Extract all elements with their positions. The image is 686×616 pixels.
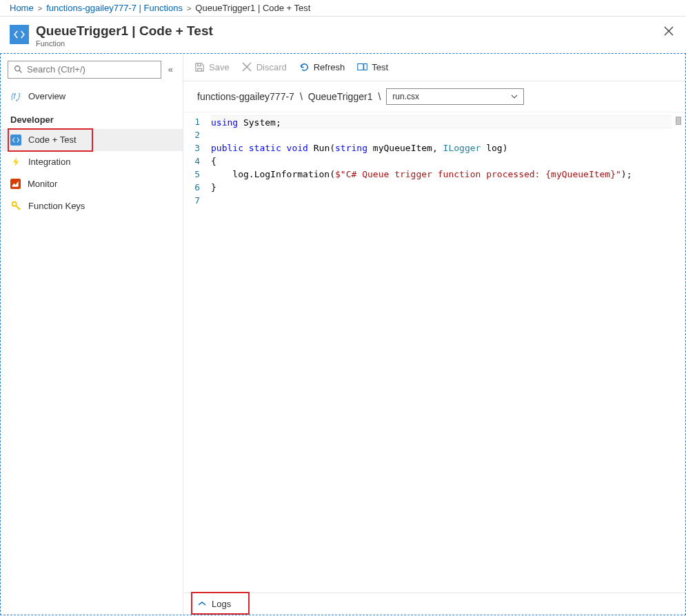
svg-text:{fx}: {fx} — [11, 93, 21, 102]
code-line[interactable]: public static void Run(string myQueueIte… — [211, 141, 672, 155]
path-function: QueueTrigger1 — [308, 91, 373, 102]
code-line[interactable]: { — [211, 155, 672, 168]
toolbar-label: Discard — [256, 62, 287, 72]
integration-icon — [10, 157, 21, 168]
page-subtitle: Function — [36, 39, 213, 48]
main-panel: « {fx} Overview Developer Code + Test In… — [0, 53, 686, 615]
editor-gutter: 1 2 3 4 5 6 7 — [183, 115, 211, 615]
toolbar: Save Discard Refresh Test — [183, 54, 685, 81]
close-button[interactable] — [661, 23, 676, 39]
breadcrumb-sep: > — [38, 4, 42, 12]
sidebar-item-function-keys[interactable]: Function Keys — [1, 195, 183, 217]
line-number: 1 — [183, 115, 200, 128]
breadcrumb-sep: > — [187, 4, 191, 12]
sidebar-item-label: Function Keys — [28, 201, 85, 211]
sidebar-item-label: Code + Test — [28, 135, 77, 145]
save-button[interactable]: Save — [194, 62, 230, 72]
sidebar-item-integration[interactable]: Integration — [1, 151, 183, 173]
breadcrumb-home[interactable]: Home — [10, 3, 34, 13]
breadcrumb: Home > functions-ggailey777-7 | Function… — [0, 0, 686, 17]
breadcrumb-current: QueueTrigger1 | Code + Test — [195, 3, 310, 13]
save-icon — [194, 62, 205, 72]
sidebar-item-label: Monitor — [28, 179, 57, 189]
path-sep: \ — [378, 91, 381, 102]
sidebar-item-monitor[interactable]: Monitor — [1, 173, 183, 195]
test-icon — [357, 62, 367, 72]
minimap-scroll-marker[interactable] — [676, 117, 681, 125]
svg-rect-4 — [364, 64, 367, 70]
code-editor[interactable]: 1 2 3 4 5 6 7 using System; public stati… — [183, 112, 685, 615]
file-selector-value: run.csx — [392, 92, 419, 101]
search-row: « — [1, 61, 183, 86]
file-selector-dropdown[interactable]: run.csx — [386, 88, 524, 105]
svg-point-2 — [12, 202, 16, 206]
code-line[interactable]: log.LogInformation($"C# Queue trigger fu… — [211, 168, 672, 181]
page-title-block: QueueTrigger1 | Code + Test Function — [36, 23, 213, 48]
line-number: 2 — [183, 128, 200, 141]
page-title: QueueTrigger1 | Code + Test — [36, 23, 213, 39]
code-line[interactable]: } — [211, 181, 672, 194]
code-line[interactable]: using System; — [211, 115, 672, 128]
code-line[interactable] — [211, 128, 672, 141]
line-number: 5 — [183, 168, 200, 181]
line-number: 4 — [183, 155, 200, 168]
discard-icon — [242, 62, 252, 72]
overview-icon: {fx} — [10, 91, 21, 102]
search-box[interactable] — [8, 61, 161, 79]
page-header: QueueTrigger1 | Code + Test Function — [0, 17, 686, 53]
chevron-down-icon — [511, 95, 518, 99]
collapse-sidebar-button[interactable]: « — [165, 63, 176, 76]
svg-rect-3 — [358, 64, 363, 70]
sidebar: « {fx} Overview Developer Code + Test In… — [1, 54, 183, 615]
logs-panel-toggle[interactable]: Logs — [184, 593, 685, 615]
chevron-up-icon — [198, 601, 206, 606]
sidebar-item-label: Integration — [28, 157, 70, 167]
line-number: 3 — [183, 141, 200, 155]
test-button[interactable]: Test — [357, 62, 388, 72]
main-content: Save Discard Refresh Test — [183, 54, 685, 615]
toolbar-label: Refresh — [314, 62, 345, 72]
toolbar-label: Save — [209, 62, 230, 72]
search-input[interactable] — [27, 64, 155, 74]
sidebar-section-developer: Developer — [1, 108, 183, 129]
file-path-row: functions-ggailey777-7 \ QueueTrigger1 \… — [183, 81, 685, 112]
line-number: 7 — [183, 194, 200, 207]
refresh-icon — [299, 62, 310, 72]
discard-button[interactable]: Discard — [242, 62, 287, 72]
sidebar-item-overview[interactable]: {fx} Overview — [1, 86, 183, 108]
breadcrumb-functions[interactable]: functions-ggailey777-7 | Functions — [46, 3, 183, 13]
code-area[interactable]: using System; public static void Run(str… — [211, 115, 685, 615]
key-icon — [10, 201, 21, 212]
path-project: functions-ggailey777-7 — [197, 91, 294, 102]
sidebar-item-code-test[interactable]: Code + Test — [1, 129, 183, 151]
refresh-button[interactable]: Refresh — [299, 62, 345, 72]
code-line[interactable] — [211, 194, 672, 207]
sidebar-item-label: Overview — [28, 91, 65, 101]
monitor-icon — [10, 179, 21, 189]
search-icon — [14, 65, 23, 74]
svg-point-0 — [15, 66, 20, 71]
code-test-icon — [10, 135, 21, 146]
logs-label: Logs — [212, 599, 231, 609]
toolbar-label: Test — [372, 62, 388, 72]
line-number: 6 — [183, 181, 200, 194]
path-sep: \ — [300, 91, 303, 102]
code-icon — [10, 25, 29, 44]
